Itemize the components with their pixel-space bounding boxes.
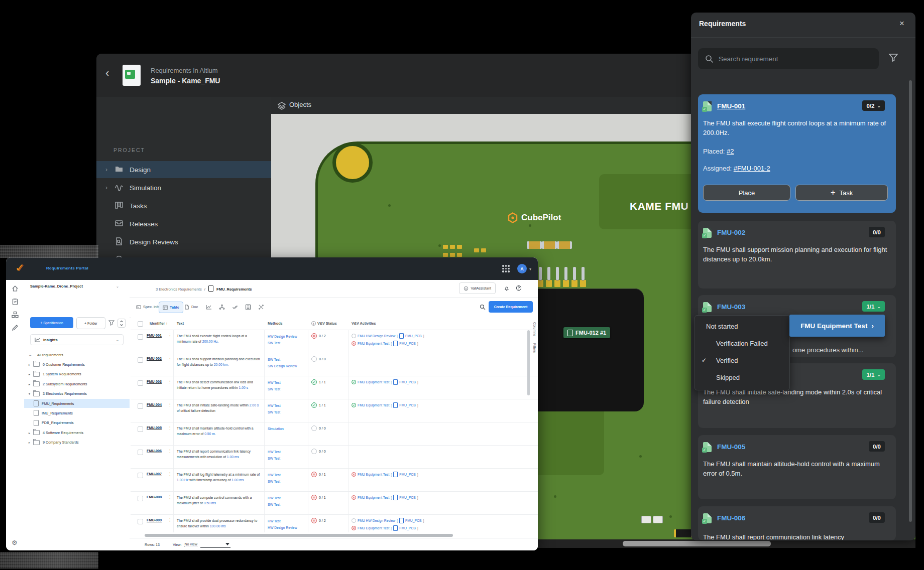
app-grid-icon[interactable] <box>502 265 510 272</box>
menu-item-not-started[interactable]: Not started <box>695 319 789 334</box>
activity-link[interactable]: FMU Equipment Test <box>358 341 389 346</box>
method-link[interactable]: HW Test <box>268 402 305 409</box>
tree-item-2-subsystem-requirements[interactable]: ▸2 Subsystem Requirements <box>24 379 130 388</box>
close-icon[interactable]: × <box>899 19 904 29</box>
tree-item-0-customer-requirements[interactable]: ▸0 Customer Requirements <box>24 360 130 369</box>
activity-link[interactable]: FMU HW Design Review <box>358 518 395 523</box>
identifier-link[interactable]: FMU-002 <box>147 356 162 361</box>
expander-icon[interactable]: ▸ <box>29 382 33 386</box>
activity-ref-link[interactable]: FMU_PCB <box>405 334 421 339</box>
method-link[interactable]: SW Design Review <box>268 363 305 369</box>
method-link[interactable]: SW Test <box>268 386 305 392</box>
row-checkbox[interactable] <box>138 357 143 363</box>
verify-check-icon[interactable] <box>232 304 238 310</box>
activity-link[interactable]: FMU Equipment Test <box>358 403 389 408</box>
menu-item-verification-failed[interactable]: Verification Failed <box>695 336 789 351</box>
tree-item-fmu_requirements[interactable]: FMU_Requirements <box>24 399 139 408</box>
activity-ref-link[interactable]: FMU_PCB <box>399 495 415 500</box>
tree-item-1-system-requirements[interactable]: ▸1 System Requirements <box>24 370 130 379</box>
canvas-horizontal-scrollbar[interactable] <box>538 539 915 548</box>
menu-item-skipped[interactable]: Skipped <box>695 370 789 385</box>
table-horizontal-scrollbar[interactable] <box>145 534 453 537</box>
row-checkbox[interactable] <box>138 519 143 524</box>
activity-link[interactable]: FMU Equipment Test <box>358 472 389 477</box>
method-link[interactable]: SW Test <box>268 501 305 508</box>
tree-item-3-electronics-requirements[interactable]: ▾3 Electronics Requirements <box>24 389 130 398</box>
add-folder-button[interactable]: + Folder <box>76 317 105 329</box>
clipboard-icon[interactable] <box>12 298 19 305</box>
list-view-icon[interactable] <box>245 304 251 310</box>
vv-count-badge[interactable]: 1/1⌄ <box>862 369 885 380</box>
activity-ref-link[interactable]: FMU_PCB <box>399 341 415 346</box>
filter-funnel-icon[interactable] <box>108 320 114 326</box>
collapse-expand-icon[interactable] <box>118 319 126 328</box>
method-link[interactable]: SW Test <box>268 340 305 346</box>
tree-item-4-software-requirements[interactable]: ▸4 Software Requirements <box>24 428 130 437</box>
row-checkbox[interactable] <box>138 426 143 432</box>
row-menu-kebab-icon[interactable]: ⋮ <box>168 379 172 384</box>
search-icon[interactable] <box>480 304 486 310</box>
identifier-link[interactable]: FMU-005 <box>147 425 162 430</box>
identifier-link[interactable]: FMU-004 <box>147 402 162 407</box>
expander-icon[interactable]: ▸ <box>29 431 33 435</box>
requirement-id-link[interactable]: FMU-006 <box>717 514 745 522</box>
avatar[interactable]: A <box>517 264 527 273</box>
select-all-checkbox[interactable] <box>138 321 143 327</box>
chart-view-icon[interactable] <box>206 304 212 310</box>
view-select[interactable] <box>200 541 230 548</box>
expander-icon[interactable]: ▸ <box>29 363 33 366</box>
requirement-id-link[interactable]: FMU-003 <box>717 303 745 311</box>
filters-tab[interactable]: Filters <box>533 343 536 353</box>
hierarchy-view-icon[interactable] <box>219 304 225 310</box>
avatar-caret-icon[interactable]: ▾ <box>529 267 531 271</box>
requirement-id-link[interactable]: FMU-002 <box>717 229 745 236</box>
activity-link[interactable]: FMU Equipment Test <box>358 526 389 531</box>
requirement-card-fmu-005[interactable]: FMU-0050/0The FMU shall maintain altitud… <box>698 435 896 499</box>
method-link[interactable]: Simulation <box>268 425 305 432</box>
vv-count-badge[interactable]: 0/2⌄ <box>862 100 885 111</box>
pen-icon[interactable] <box>12 324 19 331</box>
method-link[interactable]: HW Test <box>268 518 305 524</box>
matrix-view-icon[interactable] <box>258 304 264 310</box>
table-vertical-scrollbar[interactable] <box>527 330 530 395</box>
sidebar-item-tasks[interactable]: Tasks <box>96 197 271 214</box>
back-icon[interactable]: ‹ <box>105 68 109 79</box>
method-link[interactable]: HW Test <box>268 379 305 386</box>
tree-item-imu_requirements[interactable]: IMU_Requirements <box>24 408 139 417</box>
activity-link[interactable]: FMU Equipment Test <box>358 380 389 385</box>
row-checkbox[interactable] <box>138 473 143 478</box>
identifier-link[interactable]: FMU-009 <box>147 518 162 522</box>
assigned-link[interactable]: #FMU-001-2 <box>734 165 770 172</box>
notifications-bell-icon[interactable] <box>504 285 510 291</box>
row-menu-kebab-icon[interactable]: ⋮ <box>168 518 172 522</box>
add-task-button[interactable]: +Task <box>795 185 888 201</box>
breadcrumb-parent[interactable]: 3 Electronics Requirements <box>156 287 202 292</box>
row-checkbox[interactable] <box>138 450 143 455</box>
activity-ref-link[interactable]: FMU_PCB <box>399 403 415 408</box>
tree-item-pdb_requirements[interactable]: PDB_Requirements <box>24 418 139 428</box>
method-link[interactable]: HW Design Review <box>268 524 305 531</box>
method-link[interactable]: SW Test <box>268 478 305 485</box>
create-requirement-button[interactable]: Create Requirement <box>489 301 533 313</box>
vv-count-badge[interactable]: 1/1⌄ <box>862 301 885 312</box>
search-input[interactable]: Search requirement <box>698 48 879 69</box>
identifier-link[interactable]: FMU-007 <box>147 472 162 476</box>
vv-count-badge[interactable]: 0/0 <box>869 512 885 523</box>
panel-scrollbar[interactable] <box>909 80 912 522</box>
method-link[interactable]: HW Test <box>268 472 305 478</box>
row-menu-kebab-icon[interactable]: ⋮ <box>168 402 172 407</box>
settings-gear-icon[interactable]: ⚙ <box>12 539 19 546</box>
identifier-link[interactable]: FMU-003 <box>147 379 162 384</box>
row-menu-kebab-icon[interactable]: ⋮ <box>168 495 172 499</box>
scrollbar-thumb[interactable] <box>623 541 771 546</box>
help-icon[interactable] <box>516 285 522 291</box>
expander-icon[interactable]: ▾ <box>29 392 33 395</box>
add-specification-button[interactable]: + Specification <box>30 317 73 328</box>
tab-table[interactable]: Table <box>159 302 183 313</box>
expander-icon[interactable]: ▸ <box>29 372 33 376</box>
tree-item-9-company-standards[interactable]: ▸9 Company Standards <box>24 438 130 447</box>
method-link[interactable]: SW Test <box>268 409 305 415</box>
row-menu-kebab-icon[interactable]: ⋮ <box>168 472 172 476</box>
fmu-equipment-test-chip[interactable]: FMU Equipment Test › <box>789 315 885 337</box>
activity-link[interactable]: FMU Equipment Test <box>358 495 389 500</box>
